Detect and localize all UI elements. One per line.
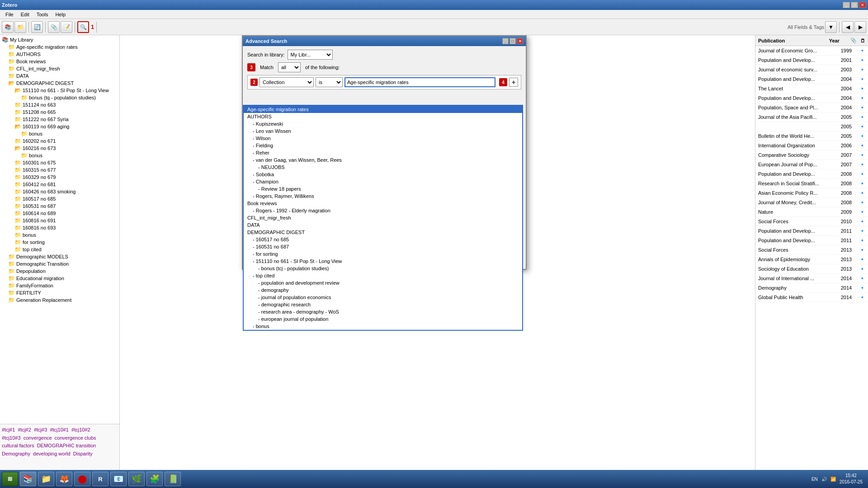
tree-item-depopulation[interactable]: 📁Depopulation	[1, 267, 118, 275]
dropdown-item[interactable]: Age-specific migration rates	[244, 106, 522, 113]
tree-item-gen-replacement[interactable]: 📁Generation Replacement	[1, 296, 118, 304]
table-row[interactable]: Population and Develop...2011•	[755, 226, 868, 236]
add-condition-btn[interactable]: +	[509, 78, 518, 87]
tree-item-demo-models[interactable]: 📁Demographic MODELS	[1, 253, 118, 260]
tree-item-151110[interactable]: 📂151110 no 661 - SI Pop St - Long View	[1, 87, 118, 94]
dropdown-item[interactable]: DEMOGRAPHIC DIGEST	[244, 229, 522, 236]
table-row[interactable]: Population, Space and Pl...2004•	[755, 103, 868, 113]
tree-item-160301[interactable]: 📁160301 no 675	[1, 159, 118, 166]
dropdown-item[interactable]: - top cited	[244, 272, 522, 279]
tree-item-160426[interactable]: 📁160426 no 683 smoking	[1, 188, 118, 195]
table-row[interactable]: Bulletin of the World He...2005•	[755, 131, 868, 141]
dropdown-item[interactable]: - research area - demography - WoS	[244, 308, 522, 315]
dropdown-item[interactable]: - Champion	[244, 178, 522, 185]
tree-item-160119[interactable]: 📂160119 no 669 aging	[1, 123, 118, 130]
tree-item-160315[interactable]: 📁160315 no 677	[1, 166, 118, 174]
tree-item-authors[interactable]: 📁AUTHORS	[1, 51, 118, 58]
dropdown-item[interactable]: - Wilson	[244, 135, 522, 142]
tree-item-my-library[interactable]: 📚My Library	[1, 36, 118, 43]
table-row[interactable]: Population and Develop...2004•	[755, 94, 868, 103]
dropdown-item[interactable]: Book reviews	[244, 200, 522, 207]
tree-item-data[interactable]: 📁DATA	[1, 72, 118, 80]
table-row[interactable]: Nature2009•	[755, 207, 868, 217]
match-select[interactable]: all any	[278, 62, 301, 72]
dropdown-item[interactable]: - Rogers - 1992 - Elderly magration	[244, 207, 522, 214]
tree-item-160517[interactable]: 📁160517 no 685	[1, 195, 118, 202]
dropdown-item[interactable]: - bonus	[244, 323, 522, 330]
table-row[interactable]: Journal of Money, Credit...2008•	[755, 198, 868, 207]
condition-value-input[interactable]	[344, 77, 495, 87]
dropdown-item[interactable]: - Rogers, Raymer, Willikens	[244, 192, 522, 200]
taskbar-app-zotero[interactable]: 📚	[20, 472, 36, 486]
tree-item-160216[interactable]: 📂160216 no 673	[1, 145, 118, 152]
table-row[interactable]: International Organization2006•	[755, 141, 868, 150]
start-button[interactable]: ⊞	[2, 472, 18, 486]
taskbar-app-green[interactable]: 🌿	[128, 472, 145, 486]
taskbar-app-red[interactable]: ⬤	[74, 472, 90, 486]
add-attachment-btn[interactable]: 📎	[48, 21, 60, 33]
tree-item-top-cited[interactable]: 📁top cited	[1, 246, 118, 253]
dropdown-item[interactable]: DATA	[244, 221, 522, 229]
menu-file[interactable]: File	[2, 12, 17, 17]
dropdown-item[interactable]: - Sobotka	[244, 171, 522, 178]
nav-forward-btn[interactable]: ▶	[854, 21, 866, 33]
taskbar-app-folder[interactable]: 📁	[38, 472, 54, 486]
table-row[interactable]: Journal of Economic Gro...1999•	[755, 46, 868, 56]
dialog-minimize-btn[interactable]: _	[502, 38, 509, 44]
tree-item-edu-migration[interactable]: 📁Educational migration	[1, 275, 118, 282]
taskbar-app-puzzle[interactable]: 🧩	[146, 472, 163, 486]
tree-item-151124[interactable]: 📁151124 no 663	[1, 101, 118, 108]
menu-help[interactable]: Help	[52, 12, 69, 17]
maximize-btn[interactable]: □	[851, 2, 858, 8]
operator-select[interactable]: is is not contains	[316, 77, 343, 87]
table-row[interactable]: Journal of economic surv...2003•	[755, 65, 868, 75]
search-options-btn[interactable]: ▼	[825, 21, 837, 33]
table-row[interactable]: Journal of International ...2014•	[755, 274, 868, 283]
close-btn[interactable]: ✕	[859, 2, 866, 8]
dropdown-item[interactable]: - european journal of population	[244, 315, 522, 323]
dropdown-item[interactable]: - demography	[244, 286, 522, 294]
table-row[interactable]: Comparative Sociology2007•	[755, 150, 868, 160]
table-row[interactable]: Annals of Epidemiology2013•	[755, 255, 868, 264]
tree-item-cfl[interactable]: 📁CFL_int_migr_fresh	[1, 65, 118, 72]
dropdown-item[interactable]: - 151110 no 661 - SI Pop St - Long View	[244, 258, 522, 265]
taskbar-app-firefox[interactable]: 🦊	[56, 472, 72, 486]
table-row[interactable]: Asian Economic Policy R...2008•	[755, 188, 868, 198]
dropdown-item[interactable]: - 160531 no 687	[244, 243, 522, 250]
menu-edit[interactable]: Edit	[17, 12, 33, 17]
library-select[interactable]: My Libr...	[288, 50, 333, 60]
table-row[interactable]: Demography2014•	[755, 283, 868, 293]
tree-item-160614[interactable]: 📁160614 no 689	[1, 210, 118, 217]
dropdown-item[interactable]: - Reher	[244, 149, 522, 156]
taskbar-app-r[interactable]: R	[92, 472, 108, 486]
tree-item-160412[interactable]: 📁160412 no 681	[1, 181, 118, 188]
minimize-btn[interactable]: _	[843, 2, 850, 8]
tree-item-demo-digest[interactable]: 📂DEMOGRAPHIC DIGEST	[1, 80, 118, 87]
collection-dropdown[interactable]: Age-specific migration ratesAUTHORS- Kup…	[243, 105, 523, 331]
table-row[interactable]: Population and Develop...2008•	[755, 169, 868, 179]
dropdown-item[interactable]: - van der Gaag, van Wissen, Beer, Rees	[244, 156, 522, 164]
table-row[interactable]: Global Public Health2014•	[755, 293, 868, 302]
advanced-search-btn[interactable]: 🔍	[77, 21, 89, 33]
dropdown-item[interactable]: - NEUJOBS	[244, 164, 522, 171]
table-row[interactable]: Research in Social Stratifi...2008•	[755, 179, 868, 188]
table-row[interactable]: Population and Develop...2004•	[755, 75, 868, 84]
taskbar-app-excel[interactable]: 📗	[165, 472, 181, 486]
tree-item-fertility[interactable]: 📁FERTILITY	[1, 289, 118, 296]
taskbar-app-outlook[interactable]: 📧	[110, 472, 127, 486]
dropdown-item[interactable]: - bonus (tcj - population studies)	[244, 265, 522, 272]
tree-item-151222[interactable]: 📁151222 no 667 Syria	[1, 116, 118, 123]
dropdown-item[interactable]: - journal of population economics	[244, 294, 522, 301]
new-collection-btn[interactable]: 📁	[14, 21, 26, 33]
table-row[interactable]: 2005•	[755, 122, 868, 131]
dropdown-item[interactable]: - Leo van Wissen	[244, 127, 522, 135]
table-row[interactable]: The Lancet2004•	[755, 84, 868, 94]
table-row[interactable]: Population and Develop...2011•	[755, 236, 868, 245]
tree-item-bonus-tq[interactable]: 📁bonus (tq - population studies)	[1, 94, 118, 101]
tree-item-151208[interactable]: 📁151208 no 665	[1, 108, 118, 116]
dropdown-item[interactable]: - demographic research	[244, 301, 522, 308]
sync-btn[interactable]: 🔄	[31, 21, 43, 33]
dropdown-item[interactable]: - Review 18 papers	[244, 185, 522, 192]
tree-item-160202[interactable]: 📁160202 no 671	[1, 137, 118, 145]
add-note-btn[interactable]: 📝	[61, 21, 72, 33]
